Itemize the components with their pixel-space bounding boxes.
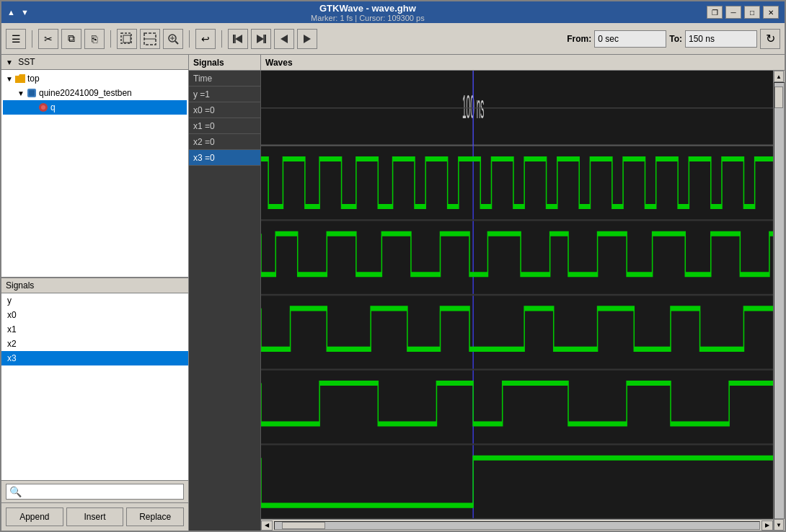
v-scroll-thumb[interactable] — [774, 87, 783, 108]
cut-btn[interactable]: ✂ — [38, 29, 58, 49]
signal-label-x0: x0 — [7, 310, 17, 320]
paste-btn[interactable]: ⎘ — [84, 29, 105, 49]
signals-list[interactable]: y x0 x1 x2 x3 — [1, 293, 188, 480]
zoom-box-icon — [167, 32, 180, 45]
down-arrow-btn[interactable]: ▼ — [21, 8, 29, 17]
go-next-icon — [301, 32, 314, 45]
tree-label-quine: quine20241009_testben — [39, 88, 132, 98]
from-to-group: From: To: ↻ — [567, 29, 780, 49]
waves-column[interactable]: 100 ns — [261, 71, 773, 519]
waves-col-label: Waves — [265, 58, 293, 68]
tree-item-quine[interactable]: ▼ quine20241009_testben — [3, 86, 187, 100]
window-title: GTKWave - wave.ghw — [319, 3, 416, 14]
go-next-btn[interactable] — [297, 29, 317, 49]
signal-item-x1[interactable]: x1 — [1, 322, 188, 337]
chip-icon-quine — [26, 87, 37, 99]
close-btn[interactable]: ✕ — [763, 6, 779, 19]
signals-header: Signals — [1, 278, 188, 293]
undo-btn[interactable]: ↩ — [195, 29, 216, 49]
svg-marker-14 — [281, 35, 288, 43]
menu-btn[interactable]: ☰ — [6, 29, 26, 49]
signal-item-x2[interactable]: x2 — [1, 337, 188, 351]
h-scroll-track[interactable] — [274, 521, 760, 530]
waveform-svg: 100 ns — [261, 71, 773, 519]
v-scroll-up-btn[interactable]: ▲ — [774, 71, 784, 82]
time-label: Time — [193, 74, 212, 84]
titlebar: ▲ ▼ GTKWave - wave.ghw Marker: 1 fs | Cu… — [1, 1, 785, 23]
sst-expand-icon[interactable]: ▼ — [6, 58, 13, 66]
minimize-btn[interactable]: ─ — [725, 6, 741, 19]
maximize-btn[interactable]: □ — [744, 6, 760, 19]
x0-label: x0 =0 — [193, 105, 215, 115]
go-end-btn[interactable] — [251, 29, 271, 49]
signal-item-y[interactable]: y — [1, 293, 188, 308]
sep4 — [221, 30, 222, 48]
signal-item-x3[interactable]: x3 — [1, 351, 188, 365]
svg-marker-12 — [257, 35, 264, 43]
y-label: y =1 — [193, 89, 210, 99]
signals-column: Time y =1 x0 =0 x1 =0 x2 =0 x3 — [189, 71, 261, 531]
tree-toggle-top[interactable]: ▼ — [4, 75, 14, 83]
insert-btn[interactable]: Insert — [66, 507, 124, 526]
svg-rect-1 — [123, 35, 131, 43]
sst-header: ▼ SST — [1, 55, 188, 70]
zoom-box-btn[interactable] — [163, 29, 183, 49]
h-scroll-right-btn[interactable]: ▶ — [761, 520, 773, 531]
v-scroll-track[interactable] — [774, 82, 785, 519]
signal-label-x3: x3 — [7, 353, 17, 363]
main-window: ▲ ▼ GTKWave - wave.ghw Marker: 1 fs | Cu… — [0, 0, 786, 532]
title-center: GTKWave - wave.ghw Marker: 1 fs | Cursor… — [29, 3, 707, 22]
h-scrollbar[interactable]: ◀ ▶ — [261, 519, 773, 531]
zoom-fit-btn[interactable] — [140, 29, 160, 49]
sep1 — [32, 30, 32, 48]
signal-row-x1: x1 =0 — [189, 118, 260, 134]
signal-row-x0: x0 =0 — [189, 102, 260, 118]
main-area: ▼ SST ▼ top ▼ — [1, 55, 785, 531]
sep3 — [189, 30, 190, 48]
copy-btn[interactable]: ⧉ — [61, 29, 81, 49]
titlebar-controls: ❐ ─ □ ✕ — [707, 6, 779, 19]
signal-item-x0[interactable]: x0 — [1, 308, 188, 322]
go-start-icon — [231, 32, 244, 45]
svg-marker-15 — [304, 35, 311, 43]
up-arrow-btn[interactable]: ▲ — [7, 8, 15, 17]
go-start-btn[interactable] — [228, 29, 248, 49]
window-subtitle: Marker: 1 fs | Cursor: 109300 ps — [311, 14, 425, 22]
tree-label-q: q — [50, 102, 56, 112]
search-wrapper: 🔍 — [6, 484, 184, 500]
tree-item-top[interactable]: ▼ top — [3, 71, 187, 86]
to-input[interactable] — [685, 30, 757, 48]
select-all-btn[interactable] — [117, 29, 137, 49]
titlebar-arrows: ▲ ▼ — [7, 8, 29, 17]
replace-btn[interactable]: Replace — [126, 507, 184, 526]
tree-item-q[interactable]: q — [3, 100, 187, 115]
x2-label: x2 =0 — [193, 137, 215, 147]
svg-rect-0 — [121, 33, 131, 43]
v-scrollbar[interactable]: ▲ ▼ — [773, 71, 785, 531]
tree-toggle-quine[interactable]: ▼ — [16, 89, 26, 97]
go-end-icon — [255, 32, 268, 45]
sst-tree[interactable]: ▼ top ▼ quine20241009_testben — [1, 70, 188, 277]
waves-content: Time y =1 x0 =0 x1 =0 x2 =0 x3 — [189, 71, 785, 531]
go-prev-icon — [278, 32, 291, 45]
sw-header: Signals Waves — [189, 55, 785, 71]
signal-row-time: Time — [189, 71, 260, 87]
from-label: From: — [567, 34, 591, 44]
sep2 — [110, 30, 111, 48]
append-btn[interactable]: Append — [6, 507, 63, 526]
refresh-btn[interactable]: ↻ — [760, 29, 780, 49]
toolbar: ☰ ✂ ⧉ ⎘ ↩ — [1, 23, 785, 55]
h-scroll-left-btn[interactable]: ◀ — [261, 520, 273, 531]
search-input[interactable] — [6, 484, 184, 500]
sst-section: ▼ SST ▼ top ▼ — [1, 55, 188, 278]
restore-btn[interactable]: ❐ — [707, 6, 723, 19]
svg-rect-17 — [29, 90, 35, 96]
v-scroll-down-btn[interactable]: ▼ — [774, 519, 784, 531]
h-scroll-thumb[interactable] — [282, 522, 325, 529]
tree-label-top: top — [27, 74, 40, 84]
go-prev-btn[interactable] — [274, 29, 294, 49]
svg-point-19 — [41, 105, 45, 110]
signal-label-x1: x1 — [7, 324, 17, 334]
from-input[interactable] — [594, 30, 666, 48]
to-label: To: — [669, 34, 682, 44]
